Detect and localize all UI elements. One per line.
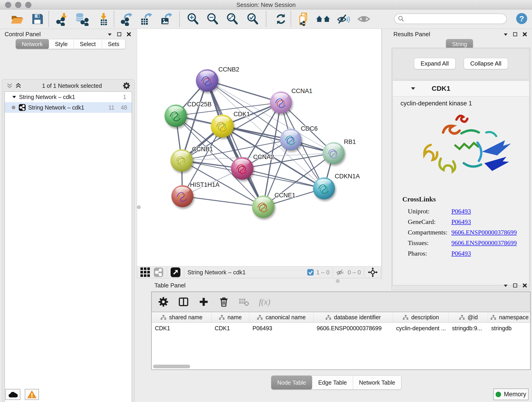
help-icon[interactable]: ? — [516, 13, 527, 24]
add-column-icon[interactable] — [198, 297, 209, 307]
tab-sets[interactable]: Sets — [102, 39, 125, 49]
table-cell[interactable]: cyclin-dependent ... — [393, 323, 449, 333]
node-section-header[interactable]: CDK1 — [393, 81, 529, 96]
network-node-CDC25B[interactable] — [165, 104, 187, 127]
network-node-CCNE1[interactable] — [252, 196, 274, 218]
section-collapse-icon[interactable] — [410, 85, 416, 91]
gear-icon[interactable] — [123, 82, 130, 89]
export-table-icon[interactable] — [139, 12, 152, 26]
panel-menu-icon[interactable] — [503, 32, 509, 37]
network-canvas[interactable]: CCNB2CCNA1CDC25BCDK1CDC6RB1CCNB1CCNA2CDK… — [137, 29, 381, 266]
table-gear-icon[interactable] — [158, 297, 169, 307]
column-header-description[interactable]: description — [393, 312, 449, 322]
show-all-eye-icon[interactable] — [357, 12, 371, 26]
network-edge[interactable] — [182, 196, 263, 207]
tab-select[interactable]: Select — [74, 39, 102, 49]
network-node-CDKN1A[interactable] — [313, 177, 335, 199]
search-input[interactable] — [394, 13, 507, 24]
birds-eye-grid-icon[interactable] — [140, 267, 150, 277]
tab-edge-table[interactable]: Edge Table — [312, 376, 353, 389]
hide-selected-eye-icon[interactable] — [337, 12, 350, 26]
tab-network-table[interactable]: Network Table — [353, 376, 401, 389]
network-node-CDK1[interactable] — [211, 115, 234, 138]
tab-node-table[interactable]: Node Table — [271, 376, 312, 389]
panel-close-icon[interactable] — [522, 32, 528, 37]
hidden-count-indicator[interactable]: 0 – 0 — [336, 268, 361, 276]
zoom-in-icon[interactable] — [186, 12, 200, 26]
table-cell[interactable]: stringdb — [488, 323, 531, 333]
first-neighbors-icon[interactable] — [316, 12, 331, 26]
expand-all-button[interactable]: Expand All — [414, 58, 456, 69]
warning-button[interactable] — [25, 389, 39, 400]
crosslink-row: Tissues:9606.ENSP00000378699 — [408, 239, 529, 247]
panel-float-icon[interactable] — [116, 32, 122, 37]
search-field[interactable] — [405, 15, 506, 22]
zoom-fit-icon[interactable] — [226, 12, 239, 26]
tab-network[interactable]: Network — [16, 39, 49, 49]
column-header-name[interactable]: name — [211, 312, 249, 322]
tab-string[interactable]: String — [446, 39, 473, 49]
network-node-CCNA2[interactable] — [231, 157, 253, 180]
network-edge[interactable] — [242, 168, 324, 188]
import-network-file-icon[interactable] — [56, 12, 69, 26]
column-header-namespace[interactable]: namespace — [488, 312, 531, 322]
refresh-icon[interactable] — [274, 12, 288, 26]
crosslink-link[interactable]: 9606.ENSP00000378699 — [451, 239, 517, 247]
column-header-label: shared name — [169, 314, 203, 321]
delete-column-trash-icon[interactable] — [219, 297, 229, 307]
save-session-icon[interactable] — [31, 12, 44, 26]
column-header-shared-name[interactable]: shared name — [152, 312, 211, 322]
crosslink-link[interactable]: 9606.ENSP00000378699 — [451, 229, 517, 236]
panel-close-icon[interactable] — [126, 32, 132, 37]
table-data-row[interactable]: CDK1CDK1P064939606.ENSP00000378699cyclin… — [152, 323, 530, 333]
collapse-all-button[interactable]: Collapse All — [464, 58, 508, 69]
network-row-selected[interactable]: String Network – cdk1 11 48 — [5, 102, 132, 113]
network-node-CCNB2[interactable] — [196, 69, 218, 92]
left-splitter-handle[interactable] — [137, 205, 141, 209]
zoom-selected-icon[interactable] — [246, 12, 259, 26]
table-horizontal-scrollbar[interactable] — [153, 365, 190, 368]
cloud-button[interactable] — [5, 389, 20, 400]
network-edge[interactable] — [207, 80, 281, 102]
export-image-icon[interactable] — [159, 12, 172, 26]
panel-menu-icon[interactable] — [107, 32, 113, 37]
open-session-icon[interactable] — [10, 12, 24, 26]
copy-network-icon[interactable] — [298, 12, 311, 26]
selected-count-indicator[interactable]: 1 – 0 — [307, 269, 329, 276]
table-cell[interactable]: 9606.ENSP00000378699 — [313, 323, 393, 333]
network-collection-row[interactable]: String Network – cdk1 1 — [5, 92, 132, 102]
column-header--id[interactable]: @id — [449, 312, 488, 322]
open-in-new-window-icon[interactable] — [170, 267, 181, 278]
network-node-CCNB1[interactable] — [171, 149, 193, 172]
table-cell[interactable]: CDK1 — [211, 323, 249, 333]
network-node-CDC6[interactable] — [280, 129, 302, 150]
panel-close-icon[interactable] — [522, 283, 528, 288]
zoom-out-icon[interactable] — [206, 12, 219, 26]
panel-float-icon[interactable] — [512, 32, 518, 37]
column-header-canonical-name[interactable]: canonical name — [249, 312, 313, 322]
network-share-icon[interactable] — [153, 267, 164, 277]
tree-expand-icon[interactable] — [12, 95, 17, 99]
memory-button[interactable]: Memory — [493, 389, 529, 400]
import-network-database-icon[interactable] — [74, 12, 89, 26]
node-count: 11 — [108, 104, 114, 111]
expand-all-icon[interactable] — [15, 83, 21, 89]
tab-style[interactable]: Style — [49, 39, 74, 49]
crosslink-link[interactable]: P06493 — [451, 218, 471, 225]
table-cell[interactable]: P06493 — [249, 323, 313, 333]
panel-menu-icon[interactable] — [503, 283, 509, 288]
panel-float-icon[interactable] — [512, 283, 518, 288]
show-columns-icon[interactable] — [178, 297, 189, 307]
network-node-RB1[interactable] — [323, 142, 345, 164]
fit-content-crosshair-icon[interactable] — [367, 267, 378, 278]
table-cell[interactable]: stringdb:9... — [449, 323, 488, 333]
import-table-icon[interactable] — [96, 12, 110, 26]
export-network-icon[interactable] — [120, 12, 134, 26]
crosslink-link[interactable]: P06493 — [451, 250, 471, 257]
crosslink-link[interactable]: P06493 — [451, 208, 471, 215]
table-cell[interactable]: CDK1 — [152, 323, 211, 333]
network-node-HIST1H1A[interactable] — [171, 185, 193, 207]
collapse-all-icon[interactable] — [7, 83, 13, 89]
network-node-CCNA1[interactable] — [270, 91, 292, 114]
column-header-database-identifier[interactable]: database identifier — [313, 312, 393, 322]
